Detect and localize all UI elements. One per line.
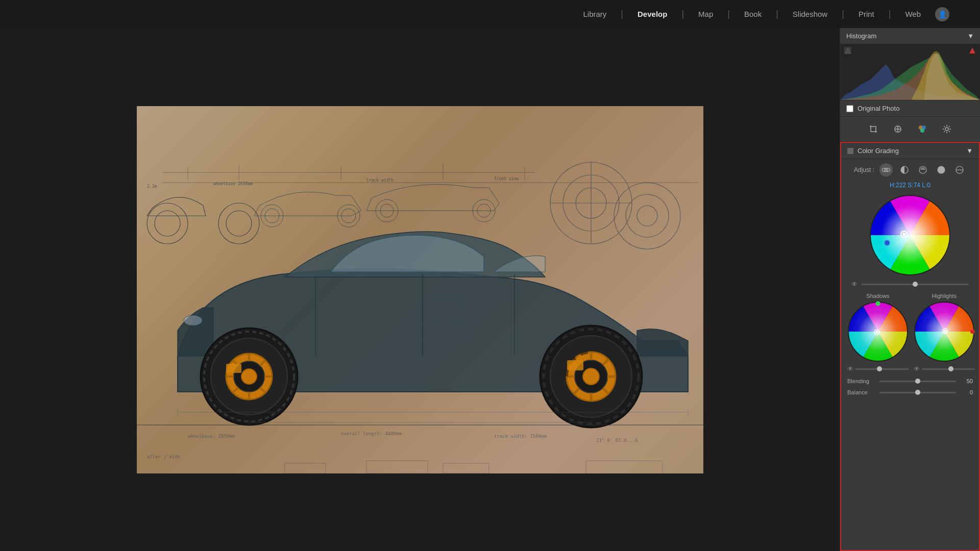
luminance-slider-row: 👁: [841, 279, 979, 290]
svg-text:overall length: 4480mm: overall length: 4480mm: [341, 431, 402, 436]
histogram-section: Histogram ▼: [840, 28, 980, 101]
nav-library[interactable]: Library: [579, 8, 610, 20]
main-color-wheel[interactable]: [869, 194, 951, 276]
highlights-label: Highlights: [932, 293, 957, 299]
blending-row: Blending 50: [841, 375, 979, 387]
color-tool-icon[interactable]: [915, 122, 929, 136]
svg-text:2.3m: 2.3m: [147, 184, 157, 189]
svg-text:track width: track width: [366, 178, 394, 183]
adjust-row: Adjust :: [841, 159, 979, 181]
adjust-balance-icon[interactable]: [953, 163, 966, 177]
svg-point-100: [902, 233, 905, 236]
main-area: 2.3m wheelbase 2650mm track width front …: [0, 28, 980, 551]
crop-tool-icon[interactable]: [866, 122, 880, 136]
right-panel: Histogram ▼: [840, 28, 980, 551]
adjust-label: Adjust :: [854, 166, 874, 173]
svg-point-101: [885, 240, 890, 245]
svg-text:wheelbase: 2650mm: wheelbase: 2650mm: [188, 434, 235, 439]
main-color-wheel-container: [841, 192, 979, 279]
svg-point-106: [876, 331, 878, 334]
nav-print[interactable]: Print: [854, 8, 878, 20]
blending-thumb[interactable]: [915, 379, 920, 384]
highlights-slider-row: 👁: [914, 365, 975, 372]
balance-slider[interactable]: [879, 392, 956, 393]
shadows-eye-icon[interactable]: 👁: [847, 365, 853, 372]
histogram-title: Histogram: [846, 32, 876, 40]
shadows-section: Shadows: [847, 293, 909, 372]
luminance-slider-thumb[interactable]: [913, 282, 918, 287]
main-wheel-eye-icon[interactable]: 👁: [851, 281, 857, 288]
highlights-slider-thumb[interactable]: [948, 366, 953, 371]
color-grading-panel-dot: [847, 148, 853, 154]
main-wheel-svg: [869, 194, 951, 276]
svg-point-31: [184, 315, 202, 325]
blending-slider[interactable]: [879, 381, 956, 382]
nav-slideshow[interactable]: Slideshow: [789, 8, 831, 20]
photo-canvas-area: 2.3m wheelbase 2650mm track width front …: [0, 28, 840, 551]
svg-point-113: [970, 330, 974, 334]
adjust-highlights-icon[interactable]: [935, 163, 948, 177]
shadows-wheel-container[interactable]: [847, 301, 909, 364]
healing-tool-icon[interactable]: [891, 122, 905, 136]
balance-label: Balance: [847, 389, 875, 395]
svg-point-93: [938, 166, 945, 173]
luminance-slider-track[interactable]: [862, 284, 969, 285]
nav-sep-3: |: [727, 9, 730, 19]
svg-point-97: [879, 205, 941, 266]
adjust-shadows-icon[interactable]: [898, 163, 911, 177]
highlights-eye-icon[interactable]: 👁: [914, 365, 920, 372]
svg-text:aller j'aide: aller j'aide: [147, 454, 180, 459]
nav-sep-6: |: [889, 9, 891, 19]
svg-point-87: [945, 128, 948, 131]
color-grading-chevron[interactable]: ▼: [966, 147, 973, 155]
svg-rect-61: [567, 360, 583, 370]
car-blueprint-svg: 2.3m wheelbase 2650mm track width front …: [137, 106, 703, 473]
blending-value: 50: [960, 378, 973, 384]
nav-sep-4: |: [776, 9, 778, 19]
histogram-corner-left[interactable]: [844, 47, 851, 54]
shadows-slider-track[interactable]: [855, 368, 909, 370]
adjust-midtones-icon[interactable]: [916, 163, 929, 177]
nav-book[interactable]: Book: [740, 8, 766, 20]
histogram-header: Histogram ▼: [840, 28, 980, 44]
adjust-all-icon[interactable]: [879, 163, 893, 177]
settings-tool-icon[interactable]: [940, 122, 954, 136]
hsl-display: H:222 S:74 L:0: [841, 181, 979, 192]
svg-point-107: [876, 302, 880, 306]
histogram-svg: [840, 44, 980, 100]
nav-develop[interactable]: Develop: [633, 8, 671, 20]
histogram-canvas: [840, 44, 980, 100]
nav-web[interactable]: Web: [901, 8, 925, 20]
nav-map[interactable]: Map: [694, 8, 717, 20]
balance-value: 0: [960, 389, 973, 395]
shadows-slider-row: 👁: [847, 365, 909, 372]
svg-point-86: [920, 129, 924, 133]
nav-sep-1: |: [621, 9, 623, 19]
user-avatar[interactable]: 👤: [935, 7, 949, 21]
tool-icons-row: [840, 117, 980, 142]
balance-thumb[interactable]: [915, 390, 920, 395]
original-photo-row: Original Photo: [840, 101, 980, 117]
original-photo-label[interactable]: Original Photo: [857, 105, 899, 112]
svg-text:21° 6' 01.4...A: 21° 6' 01.4...A: [596, 438, 638, 443]
color-grading-title: Color Grading: [857, 147, 899, 155]
shadows-slider-thumb[interactable]: [877, 366, 882, 371]
highlights-slider-track[interactable]: [922, 368, 975, 370]
svg-rect-60: [226, 364, 241, 373]
highlights-wheel-svg: [914, 301, 975, 362]
svg-text:front view: front view: [494, 177, 519, 181]
highlights-wheel-container[interactable]: [914, 301, 975, 364]
top-navigation: Library | Develop | Map | Book | Slidesh…: [0, 0, 980, 28]
highlights-section: Highlights: [914, 293, 975, 372]
histogram-corner-right[interactable]: [969, 47, 976, 54]
balance-row: Balance 0: [841, 387, 979, 398]
nav-sep-2: |: [681, 9, 684, 19]
original-photo-checkbox[interactable]: [846, 105, 853, 112]
color-grading-header-left: Color Grading: [847, 147, 899, 155]
histogram-chevron[interactable]: ▼: [967, 32, 974, 40]
hsl-values: H:222 S:74 L:0: [890, 182, 930, 189]
color-grading-header: Color Grading ▼: [841, 143, 979, 159]
shadows-wheel-svg: [847, 301, 909, 362]
nav-sep-5: |: [842, 9, 844, 19]
svg-point-58: [583, 368, 599, 385]
